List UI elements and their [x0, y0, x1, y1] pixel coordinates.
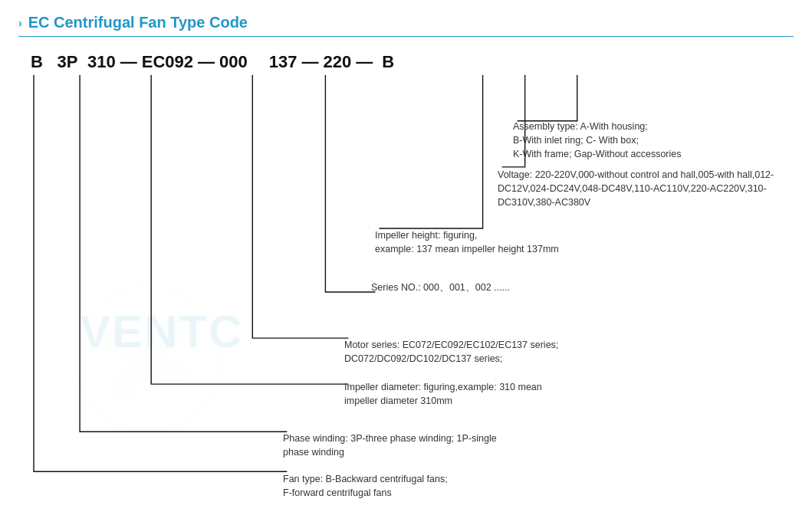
code-letters: B 3P 310 — EC092 — 000 137 — 220 — B — [26, 52, 399, 72]
code-3P: 3P — [57, 52, 78, 72]
desc-phase: Phase winding: 3P-three phase winding; 1… — [283, 418, 497, 459]
code-000: 000 — [219, 52, 248, 72]
svg-point-0 — [76, 286, 222, 432]
desc-fan-type: Fan type: B-Backward centrifugal fans; F… — [283, 458, 448, 500]
desc-assembly: Assembly type: A-With housing; B-With in… — [513, 106, 682, 162]
dash-3: — — [301, 52, 318, 72]
page-title: EC Centrifugal Fan Type Code — [28, 14, 248, 31]
title-divider — [18, 36, 794, 37]
chevron-icon: › — [18, 17, 22, 29]
desc-voltage: Voltage: 220-220V,000-without control an… — [498, 154, 793, 210]
code-B: B — [26, 52, 48, 72]
code-EC092: EC092 — [142, 52, 193, 72]
code-137: 137 — [269, 52, 298, 72]
svg-point-1 — [135, 345, 163, 373]
dash-2: — — [198, 52, 215, 72]
dash-1: — — [120, 52, 137, 72]
dash-4: — — [356, 52, 373, 72]
desc-impeller-dia: Impeller diameter: figuring,example: 310… — [344, 366, 542, 408]
watermark-fan — [64, 282, 233, 438]
code-B2: B — [377, 52, 399, 72]
desc-motor-series: Motor series: EC072/EC092/EC102/EC137 se… — [344, 324, 558, 366]
desc-impeller-height: Impeller height: figuring, example: 137 … — [375, 215, 559, 256]
desc-series-no: Series NO.: 000、001、002 ...... — [371, 281, 510, 294]
watermark-text: VENTC — [80, 305, 243, 358]
code-310: 310 — [87, 52, 116, 72]
title-row: › EC Centrifugal Fan Type Code — [18, 14, 794, 31]
code-area: VENTC B 3P 310 — EC092 — 000 137 — 220 —… — [18, 44, 794, 489]
page-container: › EC Centrifugal Fan Type Code VENTC B 3… — [0, 0, 812, 512]
code-220: 220 — [323, 52, 351, 72]
